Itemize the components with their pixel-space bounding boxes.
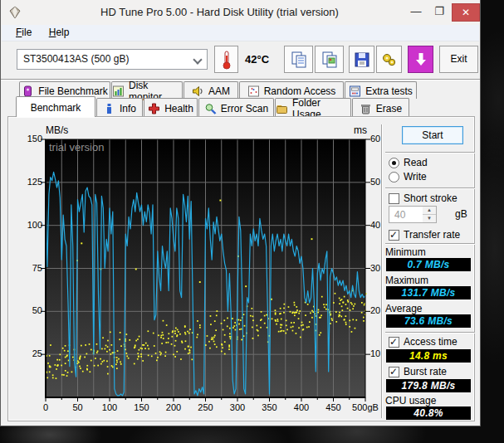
hdtune-window: HD Tune Pro 5.00 - Hard Disk Utility (tr… — [0, 0, 481, 426]
maximize-button[interactable]: ❐ — [428, 3, 450, 22]
write-radio[interactable]: Write — [389, 171, 427, 183]
short-stroke-spinner[interactable]: 40 ▲ ▼ — [389, 206, 437, 223]
drive-select-value: ST3500413AS (500 gB) — [23, 53, 129, 65]
tab-health[interactable]: Health — [144, 98, 198, 117]
tab-label: Info — [120, 103, 136, 114]
average-value: 73.6 MB/s — [386, 314, 471, 328]
temperature-button[interactable] — [214, 46, 238, 73]
tab-label: Erase — [376, 103, 402, 114]
copy-image-icon — [321, 51, 338, 69]
write-label: Write — [404, 171, 427, 183]
short-stroke-checkbox[interactable]: Short stroke — [389, 192, 458, 204]
tab-label: AAM — [208, 85, 230, 97]
tab-folder-usage[interactable]: Folder Usage — [275, 98, 351, 117]
temperature-value: 42°C — [245, 53, 269, 66]
title-bar[interactable]: HD Tune Pro 5.00 - Hard Disk Utility (tr… — [1, 0, 480, 25]
maximum-value: 131.7 MB/s — [386, 286, 471, 299]
burst-rate-label: Burst rate — [404, 366, 447, 377]
copy-text-button[interactable] — [284, 46, 313, 73]
separator — [385, 332, 475, 333]
transfer-rate-checkbox[interactable]: Transfer rate — [389, 229, 460, 241]
access-time-value: 14.8 ms — [386, 349, 471, 363]
save-button[interactable] — [349, 46, 374, 73]
trial-watermark: trial version — [49, 141, 104, 153]
access-time-checkbox[interactable]: Access time — [389, 336, 458, 348]
gb-unit-label: gB — [455, 208, 467, 220]
tab-label: File Benchmark — [38, 85, 107, 97]
options-button[interactable] — [376, 46, 402, 73]
copy-image-button[interactable] — [315, 46, 344, 73]
menu-help[interactable]: Help — [49, 27, 70, 38]
copy-text-icon — [291, 51, 307, 69]
trash-icon — [360, 103, 372, 114]
tick-label: 150 — [21, 134, 42, 144]
burst-rate-checkbox[interactable]: Burst rate — [389, 366, 447, 377]
toolbar: ST3500413AS (500 gB) 42°C — [2, 42, 479, 79]
transfer-rate-label: Transfer rate — [404, 229, 460, 241]
tab-extra-tests[interactable]: Extra tests — [345, 81, 417, 99]
minimize-button[interactable]: — — [405, 3, 427, 22]
benchmark-chart: MB/s ms trial version 150125100755025605… — [21, 123, 381, 418]
speaker-icon — [192, 85, 204, 97]
radio-icon — [389, 172, 399, 183]
cpu-usage-value: 40.8% — [386, 406, 471, 420]
access-time-label: Access time — [404, 336, 458, 348]
thermometer-icon — [222, 50, 232, 70]
tab-label: Error Scan — [221, 103, 268, 114]
short-stroke-label: Short stroke — [404, 192, 458, 204]
tab-disk-monitor[interactable]: Disk monitor — [111, 81, 183, 99]
tab-benchmark[interactable]: Benchmark — [16, 96, 95, 117]
download-arrow-icon — [415, 52, 427, 67]
tick-label: 50 — [21, 305, 42, 315]
magnifier-icon — [204, 103, 217, 114]
checkbox-checked-icon — [389, 337, 399, 348]
tab-info[interactable]: Info — [96, 98, 143, 117]
menu-help-rest: elp — [56, 27, 69, 38]
info-icon — [103, 103, 115, 114]
toolbar-separator — [1, 79, 480, 80]
close-button[interactable]: ✕ — [452, 3, 480, 22]
spinner-value: 40 — [394, 209, 405, 221]
checkbox-checked-icon — [389, 230, 399, 241]
window-title: HD Tune Pro 5.00 - Hard Disk Utility (tr… — [34, 6, 405, 18]
folder-icon — [276, 103, 288, 114]
tab-label: Health — [164, 103, 193, 114]
tick-label: 100 — [21, 220, 42, 230]
checkbox-icon — [389, 193, 399, 204]
tick-label: 250 — [188, 402, 224, 412]
drive-select[interactable]: ST3500413AS (500 gB) — [17, 49, 208, 70]
exit-button[interactable]: Exit — [439, 46, 478, 73]
panel-separator — [381, 124, 383, 418]
start-button[interactable]: Start — [402, 126, 463, 144]
tick-label: 150 — [124, 402, 160, 412]
extra-tests-icon — [349, 85, 361, 97]
tick-label: 50 — [60, 402, 96, 412]
tick-label: 300 — [219, 402, 256, 412]
separator — [385, 243, 475, 245]
radio-selected-icon — [389, 158, 399, 168]
read-radio[interactable]: Read — [389, 157, 428, 168]
desktop-wallpaper: HD Tune Pro 5.00 - Hard Disk Utility (tr… — [0, 0, 504, 443]
tab-aam[interactable]: AAM — [183, 81, 238, 99]
menu-bar: File Help — [2, 25, 479, 41]
gears-icon — [381, 52, 398, 67]
cpu-usage-label: CPU usage — [385, 395, 436, 406]
tick-label: 75 — [21, 263, 42, 273]
chart-plot — [34, 131, 378, 405]
update-download-button[interactable] — [408, 46, 433, 73]
tab-error-scan[interactable]: Error Scan — [198, 98, 274, 117]
tab-label: Extra tests — [365, 85, 413, 97]
save-icon — [355, 52, 369, 67]
average-label: Average — [385, 303, 422, 314]
tick-label: 500gB — [347, 402, 384, 412]
random-access-icon — [247, 85, 260, 97]
minimum-value: 0.7 MB/s — [386, 258, 471, 271]
tab-erase[interactable]: Erase — [352, 98, 409, 117]
spinner-buttons: ▲ ▼ — [423, 207, 436, 222]
minimum-label: Minimum — [385, 246, 426, 258]
menu-file[interactable]: File — [16, 27, 32, 38]
tab-label: Random Access — [264, 85, 336, 97]
spinner-up-icon[interactable]: ▲ — [423, 207, 436, 215]
tick-label: 200 — [155, 402, 192, 412]
spinner-down-icon[interactable]: ▼ — [423, 215, 436, 223]
